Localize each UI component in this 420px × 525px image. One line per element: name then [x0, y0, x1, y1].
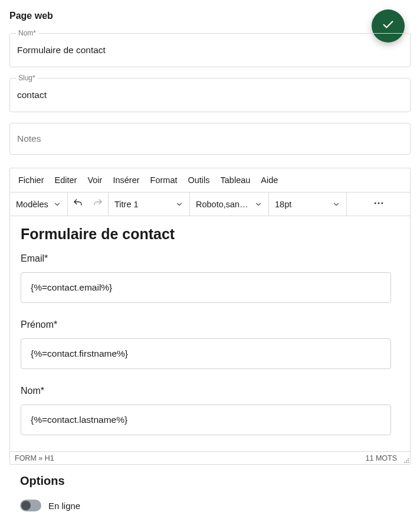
font-dropdown[interactable]: Roboto,sans-serif — [196, 200, 262, 209]
chevron-down-icon — [254, 200, 262, 208]
editor-toolbar: Modèles Titre 1 Roboto — [10, 193, 410, 216]
field-input-firstname[interactable]: {%=contact.firstname%} — [21, 338, 391, 369]
editor-statusbar: FORM » H1 11 MOTS — [10, 451, 410, 464]
svg-point-2 — [381, 202, 383, 204]
fontsize-label: 18pt — [275, 200, 291, 209]
menu-edit[interactable]: Editer — [55, 175, 77, 185]
heading-label: Titre 1 — [114, 200, 139, 209]
name-field-wrapper: Nom* — [9, 33, 411, 67]
svg-point-7 — [406, 462, 407, 463]
notes-placeholder: Notes — [17, 133, 41, 144]
redo-icon — [93, 198, 103, 211]
redo-button[interactable] — [88, 193, 108, 216]
options-title: Options — [20, 474, 400, 488]
chevron-down-icon — [332, 200, 340, 208]
switch-thumb — [21, 501, 31, 510]
status-path[interactable]: FORM » H1 — [15, 454, 54, 462]
menu-view[interactable]: Voir — [87, 175, 102, 185]
field-label-lastname: Nom* — [21, 386, 399, 396]
resize-handle[interactable] — [403, 458, 409, 464]
rich-editor: Fichier Editer Voir Insérer Format Outil… — [9, 168, 411, 465]
menu-help[interactable]: Aide — [261, 175, 278, 185]
check-icon — [382, 18, 395, 34]
slug-field-wrapper: Slug* — [9, 78, 411, 112]
field-input-lastname[interactable]: {%=contact.lastname%} — [21, 405, 391, 435]
ellipsis-icon — [373, 197, 385, 211]
heading-dropdown[interactable]: Titre 1 — [114, 200, 183, 209]
content-title: Formulaire de contact — [21, 226, 399, 243]
name-input[interactable] — [10, 34, 410, 67]
slug-field-label: Slug* — [16, 74, 38, 82]
editor-menubar: Fichier Editer Voir Insérer Format Outil… — [10, 168, 410, 193]
svg-point-6 — [404, 462, 405, 463]
more-button[interactable] — [373, 193, 385, 216]
name-field-label: Nom* — [16, 29, 38, 37]
editor-content[interactable]: Formulaire de contact Email* {%=contact.… — [10, 216, 410, 451]
chevron-down-icon — [53, 200, 61, 208]
options-section: Options En ligne — [9, 471, 411, 511]
menu-tools[interactable]: Outils — [188, 175, 209, 185]
status-wordcount: 11 MOTS — [366, 454, 398, 462]
svg-point-5 — [408, 460, 409, 461]
svg-point-8 — [408, 462, 409, 463]
templates-dropdown[interactable]: Modèles — [16, 200, 61, 209]
online-switch[interactable] — [20, 500, 41, 511]
font-label: Roboto,sans-serif — [196, 200, 251, 209]
undo-button[interactable] — [68, 193, 88, 216]
field-label-email: Email* — [21, 253, 399, 264]
menu-file[interactable]: Fichier — [18, 175, 44, 185]
svg-point-1 — [378, 202, 379, 204]
menu-format[interactable]: Format — [150, 175, 178, 185]
svg-point-0 — [374, 202, 376, 204]
chevron-down-icon — [175, 200, 183, 208]
svg-point-4 — [406, 460, 407, 461]
page-heading: Page web — [9, 11, 411, 21]
menu-table[interactable]: Tableau — [221, 175, 251, 185]
fontsize-dropdown[interactable]: 18pt — [275, 200, 340, 209]
slug-input[interactable] — [10, 79, 410, 112]
field-input-email[interactable]: {%=contact.email%} — [21, 272, 391, 303]
notes-field[interactable]: Notes — [9, 123, 411, 155]
svg-point-3 — [408, 458, 409, 459]
online-switch-row: En ligne — [20, 500, 400, 511]
field-label-firstname: Prénom* — [21, 319, 399, 330]
templates-label: Modèles — [16, 200, 48, 209]
menu-insert[interactable]: Insérer — [113, 175, 139, 185]
undo-icon — [73, 198, 83, 211]
online-switch-label: En ligne — [48, 501, 80, 511]
